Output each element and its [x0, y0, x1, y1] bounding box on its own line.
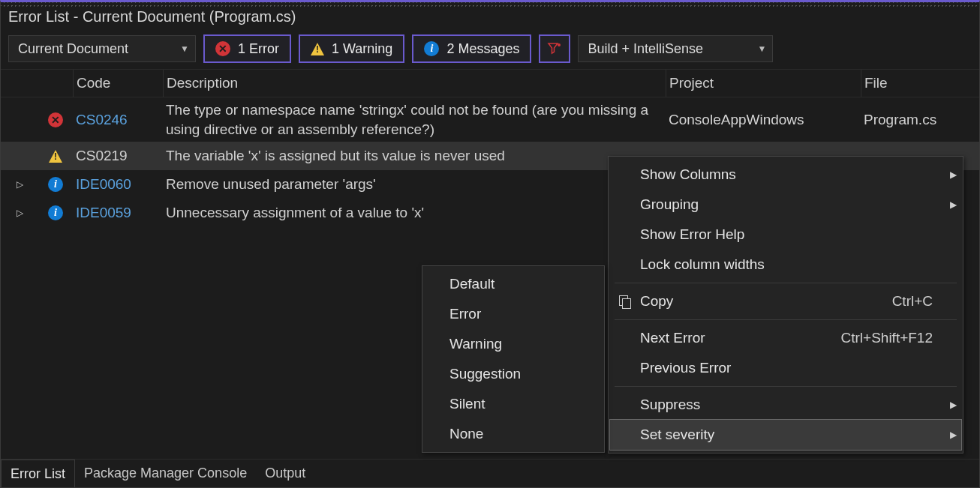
chevron-down-icon: ▼	[758, 43, 767, 54]
submenu-arrow-icon: ▶	[940, 199, 957, 210]
menu-item-suppress[interactable]: Suppress▶	[610, 390, 961, 420]
info-icon: i	[38, 177, 73, 192]
messages-filter-label: 2 Messages	[446, 41, 519, 57]
menu-item-grouping[interactable]: Grouping▶	[610, 190, 961, 220]
row-description: Remove unused parameter 'args'	[163, 175, 666, 194]
menu-item-label: Default	[449, 276, 598, 292]
severity-option-none[interactable]: None	[424, 419, 603, 449]
severity-submenu: DefaultErrorWarningSuggestionSilentNone	[422, 265, 605, 453]
menu-item-copy[interactable]: CopyCtrl+C	[610, 286, 961, 316]
svg-point-0	[558, 43, 561, 46]
info-icon: i	[424, 41, 439, 56]
submenu-arrow-icon: ▶	[940, 400, 957, 410]
column-project[interactable]: Project	[666, 70, 861, 97]
info-icon: i	[38, 205, 73, 220]
row-description: The type or namespace name 'stringx' cou…	[163, 100, 666, 139]
copy-icon	[610, 295, 640, 307]
menu-item-label: Suggestion	[449, 366, 598, 382]
row-expander[interactable]: ▷	[1, 179, 38, 190]
severity-option-silent[interactable]: Silent	[424, 389, 603, 419]
column-description[interactable]: Description	[163, 70, 666, 97]
menu-item-set-severity[interactable]: Set severity▶	[610, 420, 961, 450]
warnings-filter-button[interactable]: 1 Warning	[299, 34, 404, 63]
toolbar: Current Document ▼ ✕ 1 Error 1 Warning i…	[1, 28, 979, 69]
row-expander[interactable]: ▷	[1, 208, 38, 218]
menu-item-label: Suppress	[640, 397, 933, 413]
column-file[interactable]: File	[861, 70, 980, 97]
filter-button[interactable]	[539, 34, 570, 63]
menu-item-show-error-help[interactable]: Show Error Help	[610, 220, 961, 250]
menu-separator	[615, 319, 957, 320]
menu-item-next-error[interactable]: Next ErrorCtrl+Shift+F12	[610, 323, 961, 353]
severity-option-error[interactable]: Error	[424, 299, 603, 329]
severity-option-default[interactable]: Default	[424, 269, 603, 299]
bottom-tabs: Error List Package Manager Console Outpu…	[1, 459, 979, 487]
menu-item-label: Next Error	[640, 330, 841, 346]
warnings-filter-label: 1 Warning	[332, 41, 392, 57]
row-code[interactable]: IDE0059	[73, 205, 163, 221]
menu-item-label: Error	[449, 306, 598, 322]
error-icon: ✕	[38, 112, 73, 127]
errors-filter-label: 1 Error	[238, 41, 279, 57]
menu-item-shortcut: Ctrl+Shift+F12	[841, 330, 941, 346]
errors-filter-button[interactable]: ✕ 1 Error	[203, 34, 291, 63]
menu-item-label: Lock column widths	[640, 256, 933, 273]
menu-item-label: Show Error Help	[640, 226, 933, 243]
row-description: The variable 'x' is assigned but its val…	[163, 146, 666, 166]
scope-combo[interactable]: Current Document ▼	[8, 35, 196, 62]
column-severity[interactable]	[38, 70, 73, 97]
submenu-arrow-icon: ▶	[940, 169, 957, 180]
scope-combo-label: Current Document	[18, 41, 128, 57]
menu-item-label: None	[449, 426, 598, 442]
source-combo[interactable]: Build + IntelliSense ▼	[578, 35, 773, 62]
menu-item-label: Silent	[449, 396, 598, 412]
menu-separator	[615, 283, 957, 283]
row-description: Unnecessary assignment of a value to 'x'	[163, 203, 666, 223]
messages-filter-button[interactable]: i 2 Messages	[412, 34, 531, 63]
context-menu: Show Columns▶Grouping▶Show Error HelpLoc…	[608, 156, 963, 454]
menu-item-label: Warning	[449, 336, 598, 352]
table-row[interactable]: ✕CS0246The type or namespace name 'strin…	[1, 97, 979, 142]
row-project: ConsoleAppWindows	[666, 112, 861, 128]
chevron-down-icon: ▼	[180, 43, 189, 54]
row-code[interactable]: CS0219	[73, 148, 163, 164]
menu-item-label: Grouping	[640, 196, 933, 213]
tab-package-manager-console[interactable]: Package Manager Console	[75, 460, 256, 487]
menu-item-show-columns[interactable]: Show Columns▶	[610, 160, 961, 190]
menu-item-label: Previous Error	[640, 360, 933, 376]
menu-item-lock-column-widths[interactable]: Lock column widths	[610, 250, 961, 280]
menu-item-label: Copy	[640, 293, 892, 310]
tab-error-list[interactable]: Error List	[1, 460, 75, 487]
warning-icon	[38, 150, 73, 163]
window-title: Error List - Current Document (Program.c…	[1, 7, 979, 28]
menu-item-previous-error[interactable]: Previous Error	[610, 353, 961, 383]
menu-item-label: Show Columns	[640, 166, 933, 183]
column-expander[interactable]	[1, 70, 38, 97]
submenu-arrow-icon: ▶	[940, 430, 957, 440]
menu-item-label: Set severity	[640, 427, 933, 443]
row-code[interactable]: CS0246	[73, 112, 163, 128]
tab-output[interactable]: Output	[256, 460, 314, 487]
table-header: Code Description Project File	[1, 69, 979, 97]
source-combo-label: Build + IntelliSense	[588, 41, 703, 57]
severity-option-suggestion[interactable]: Suggestion	[424, 359, 603, 389]
row-file: Program.cs	[861, 112, 980, 128]
severity-option-warning[interactable]: Warning	[424, 329, 603, 359]
warning-icon	[311, 43, 324, 55]
menu-item-shortcut: Ctrl+C	[892, 293, 940, 310]
column-code[interactable]: Code	[73, 70, 163, 97]
error-icon: ✕	[215, 41, 230, 56]
row-code[interactable]: IDE0060	[73, 176, 163, 193]
filter-icon	[547, 41, 562, 56]
menu-separator	[615, 386, 957, 387]
